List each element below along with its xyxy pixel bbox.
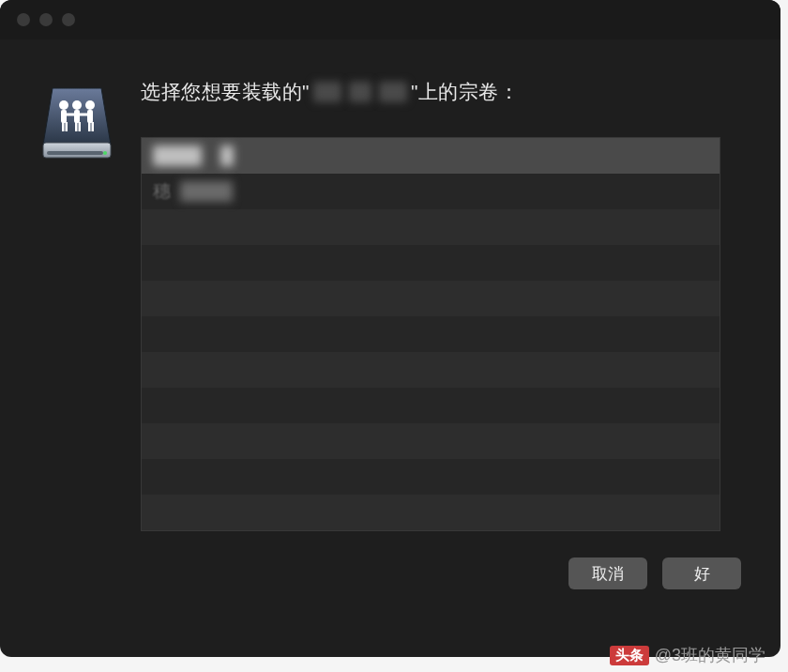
- svg-rect-0: [43, 143, 111, 158]
- redacted-label: [153, 145, 202, 166]
- volume-row[interactable]: [142, 352, 720, 388]
- volume-row[interactable]: [142, 495, 720, 530]
- dialog-main-column: 选择您想要装载的" "上的宗卷： 穗: [141, 79, 743, 629]
- network-drive-icon: [38, 84, 116, 163]
- volume-row[interactable]: [142, 138, 720, 174]
- svg-rect-6: [61, 110, 67, 123]
- dialog-button-row: 取消 好: [141, 557, 743, 589]
- traffic-light-zoom[interactable]: [62, 13, 75, 26]
- svg-point-2: [103, 151, 107, 155]
- svg-rect-11: [75, 122, 78, 131]
- volume-row[interactable]: [142, 459, 720, 495]
- svg-rect-1: [47, 151, 103, 155]
- svg-point-4: [72, 100, 82, 110]
- svg-rect-12: [79, 122, 82, 131]
- redacted-label: [220, 145, 234, 166]
- prompt-suffix: "上的宗卷：: [411, 79, 519, 105]
- svg-rect-8: [87, 110, 93, 123]
- ok-button[interactable]: 好: [662, 557, 741, 589]
- volume-list[interactable]: 穗: [141, 137, 720, 531]
- volume-row[interactable]: [142, 281, 720, 316]
- svg-rect-9: [62, 122, 65, 131]
- volume-row[interactable]: [142, 245, 720, 281]
- svg-rect-13: [88, 122, 91, 131]
- prompt-prefix: 选择您想要装载的": [141, 79, 310, 105]
- svg-rect-10: [66, 122, 68, 131]
- traffic-light-minimize[interactable]: [39, 13, 53, 26]
- volume-row[interactable]: [142, 209, 720, 245]
- volume-mount-dialog: 选择您想要装载的" "上的宗卷： 穗: [0, 0, 780, 657]
- traffic-light-close[interactable]: [17, 13, 30, 26]
- dialog-icon-column: [38, 79, 116, 629]
- svg-point-3: [59, 100, 68, 110]
- watermark: 头条 @3班的黄同学: [610, 644, 765, 666]
- svg-rect-7: [74, 110, 80, 123]
- svg-rect-14: [92, 122, 95, 131]
- volume-row[interactable]: [142, 388, 720, 423]
- window-titlebar: [0, 0, 780, 39]
- redacted-segment: [349, 82, 371, 102]
- redacted-segment: [379, 82, 407, 102]
- dialog-content: 选择您想要装载的" "上的宗卷： 穗: [0, 39, 780, 657]
- svg-point-5: [85, 100, 95, 110]
- volume-row[interactable]: [142, 316, 720, 352]
- cancel-button[interactable]: 取消: [568, 557, 647, 589]
- watermark-logo: 头条: [610, 646, 649, 665]
- dialog-prompt: 选择您想要装载的" "上的宗卷：: [141, 79, 743, 105]
- volume-row[interactable]: 穗: [142, 174, 720, 209]
- volume-row[interactable]: [142, 423, 720, 459]
- redacted-segment: [313, 82, 341, 102]
- volume-label: 穗: [153, 179, 171, 204]
- watermark-handle: @3班的黄同学: [655, 644, 765, 666]
- redacted-label: [180, 181, 233, 202]
